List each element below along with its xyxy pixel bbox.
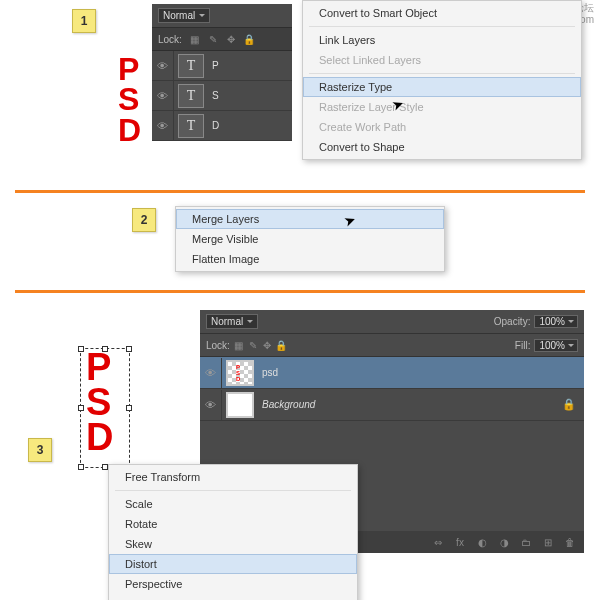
visibility-icon[interactable]: 👁 (152, 111, 174, 141)
blend-mode-select[interactable]: Normal (206, 314, 258, 329)
transform-handle[interactable] (78, 346, 84, 352)
fx-icon[interactable]: fx (454, 537, 466, 548)
layer-name: psd (258, 367, 278, 378)
layer-row[interactable]: 👁 T S (152, 81, 292, 111)
mask-icon[interactable]: ◐ (476, 537, 488, 548)
layer-name: Background (258, 399, 315, 410)
transform-handle[interactable] (126, 405, 132, 411)
fill-label: Fill: (515, 340, 531, 351)
context-menu-2: Merge Layers Merge Visible Flatten Image (175, 206, 445, 272)
menu-warp[interactable]: Warp (109, 594, 357, 600)
layer-name: P (208, 60, 219, 71)
menu-select-linked-layers: Select Linked Layers (303, 50, 581, 70)
section-divider (15, 190, 585, 193)
menu-convert-to-shape[interactable]: Convert to Shape (303, 137, 581, 157)
type-layer-thumb: T (178, 54, 204, 78)
menu-rotate[interactable]: Rotate (109, 514, 357, 534)
adjustment-icon[interactable]: ◑ (498, 537, 510, 548)
section-divider (15, 290, 585, 293)
link-layers-icon[interactable]: ⇔ (432, 537, 444, 548)
layer-thumbnail (226, 392, 254, 418)
psd-canvas-text: P S D (86, 350, 113, 455)
opacity-value[interactable]: 100% (534, 315, 578, 328)
layer-name: D (208, 120, 219, 131)
lock-all-icon[interactable]: 🔒 (274, 338, 288, 352)
type-layer-thumb: T (178, 84, 204, 108)
menu-flatten-image[interactable]: Flatten Image (176, 249, 444, 269)
opacity-label: Opacity: (494, 316, 531, 327)
menu-rasterize-layer-style: Rasterize Layer Style (303, 97, 581, 117)
panel-lock-row: Lock: ▦ ✎ ✥ 🔒 Fill: 100% (200, 334, 584, 357)
trash-icon[interactable]: 🗑 (564, 537, 576, 548)
step-3-badge: 3 (28, 438, 52, 462)
transform-handle[interactable] (126, 346, 132, 352)
menu-separator (309, 26, 575, 27)
lock-icon: 🔒 (562, 398, 576, 411)
menu-convert-smart-object[interactable]: Convert to Smart Object (303, 3, 581, 23)
menu-distort[interactable]: Distort (109, 554, 357, 574)
menu-rasterize-type[interactable]: Rasterize Type (303, 77, 581, 97)
lock-all-icon[interactable]: 🔒 (242, 32, 256, 46)
layers-panel-1: Normal Lock: ▦ ✎ ✥ 🔒 👁 T P 👁 T S 👁 T D (152, 4, 292, 141)
folder-icon[interactable]: 🗀 (520, 537, 532, 548)
visibility-icon[interactable]: 👁 (200, 358, 222, 388)
panel-top-row: Normal Opacity: 100% (200, 310, 584, 334)
context-menu-3: Free Transform Scale Rotate Skew Distort… (108, 464, 358, 600)
transform-handle[interactable] (78, 464, 84, 470)
fill-value[interactable]: 100% (534, 339, 578, 352)
lock-transparency-icon[interactable]: ▦ (232, 338, 246, 352)
menu-merge-visible[interactable]: Merge Visible (176, 229, 444, 249)
context-menu-1: Convert to Smart Object Link Layers Sele… (302, 0, 582, 160)
new-layer-icon[interactable]: ⊞ (542, 537, 554, 548)
menu-separator (309, 73, 575, 74)
menu-create-work-path: Create Work Path (303, 117, 581, 137)
psd-side-label: P S D (118, 54, 141, 145)
lock-brush-icon[interactable]: ✎ (206, 32, 220, 46)
transform-handle[interactable] (78, 405, 84, 411)
menu-link-layers[interactable]: Link Layers (303, 30, 581, 50)
lock-brush-icon[interactable]: ✎ (246, 338, 260, 352)
lock-move-icon[interactable]: ✥ (224, 32, 238, 46)
menu-free-transform[interactable]: Free Transform (109, 467, 357, 487)
type-layer-thumb: T (178, 114, 204, 138)
lock-label: Lock: (158, 34, 182, 45)
layer-name: S (208, 90, 219, 101)
panel-header: Normal (152, 4, 292, 28)
lock-transparency-icon[interactable]: ▦ (188, 32, 202, 46)
menu-skew[interactable]: Skew (109, 534, 357, 554)
visibility-icon[interactable]: 👁 (152, 51, 174, 81)
layer-row[interactable]: 👁 T P (152, 51, 292, 81)
lock-move-icon[interactable]: ✥ (260, 338, 274, 352)
layer-row[interactable]: 👁 T D (152, 111, 292, 141)
menu-merge-layers[interactable]: Merge Layers (176, 209, 444, 229)
step-2-badge: 2 (132, 208, 156, 232)
layer-row[interactable]: 👁 Background 🔒 (200, 389, 584, 421)
blend-mode-select[interactable]: Normal (158, 8, 210, 23)
step-1-badge: 1 (72, 9, 96, 33)
lock-label: Lock: (206, 340, 230, 351)
layer-row[interactable]: 👁 PSD psd (200, 357, 584, 389)
layer-thumbnail: PSD (226, 360, 254, 386)
menu-separator (115, 490, 351, 491)
visibility-icon[interactable]: 👁 (200, 390, 222, 420)
lock-row: Lock: ▦ ✎ ✥ 🔒 (152, 28, 292, 51)
visibility-icon[interactable]: 👁 (152, 81, 174, 111)
menu-scale[interactable]: Scale (109, 494, 357, 514)
menu-perspective[interactable]: Perspective (109, 574, 357, 594)
